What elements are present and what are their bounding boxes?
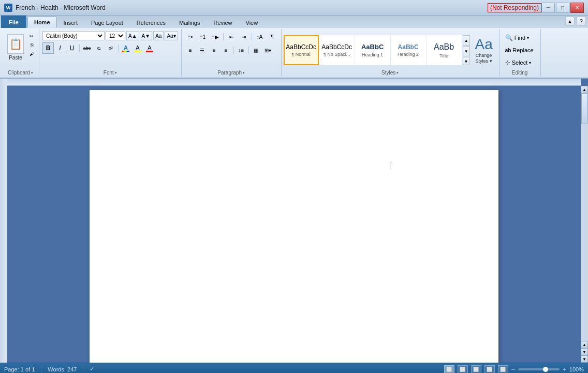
change-case-button[interactable]: Aa▾: [165, 31, 178, 40]
bold-button[interactable]: B: [42, 42, 54, 54]
scroll-page-up-button[interactable]: ▲: [581, 341, 588, 348]
paste-label: Paste: [9, 55, 22, 61]
font-grow-button[interactable]: A▲: [126, 31, 139, 40]
vertical-scrollbar[interactable]: ▲ ▲ ▼ ▼: [581, 86, 588, 363]
document-scroll-area[interactable]: ▲ ▲ ▼ ▼: [7, 79, 588, 363]
status-right: ⬜ ⬜ ⬜ ⬜ ⬜ ─ + 100%: [444, 365, 584, 374]
underline-button[interactable]: U: [66, 42, 78, 54]
zoom-plus[interactable]: +: [563, 366, 566, 372]
scroll-thumb[interactable]: [581, 93, 587, 124]
tab-file[interactable]: File: [1, 16, 26, 28]
format-painter-button[interactable]: 🖌: [27, 50, 36, 58]
style-normal[interactable]: AaBbCcDc ¶ Normal: [284, 35, 319, 65]
sort-button[interactable]: ↕A: [254, 31, 266, 42]
tab-view[interactable]: View: [239, 17, 265, 28]
copy-button[interactable]: ⎘: [27, 41, 36, 49]
border-button[interactable]: ⊞▾: [262, 44, 274, 56]
increase-indent-button[interactable]: ⇥: [238, 31, 249, 42]
align-left-button[interactable]: ≡: [185, 44, 196, 56]
text-highlight-button[interactable]: A: [132, 42, 143, 54]
paste-button[interactable]: 📋 Paste: [5, 32, 26, 63]
style-normal-label: ¶ Normal: [291, 52, 310, 57]
editing-label: Editing: [503, 68, 537, 77]
font-size-select[interactable]: 12: [106, 31, 125, 40]
text-effects-button[interactable]: A: [120, 42, 131, 54]
restore-button[interactable]: □: [556, 3, 569, 13]
styles-scroll-buttons: ▲ ▼ ▾: [463, 35, 470, 65]
clear-format-button[interactable]: Aa: [153, 31, 164, 40]
page-indicator[interactable]: Page: 1 of 1: [4, 366, 35, 372]
style-title-label: Title: [439, 53, 448, 58]
style-heading2[interactable]: AaBbC Heading 2: [391, 35, 426, 65]
italic-button[interactable]: I: [54, 42, 66, 54]
view-full-screen[interactable]: ⬜: [458, 365, 468, 374]
style-no-spacing-preview: AaBbCcDc: [321, 43, 352, 51]
zoom-thumb[interactable]: [543, 367, 548, 372]
style-no-spacing[interactable]: AaBbCcDc ¶ No Spaci...: [319, 35, 355, 65]
tab-home[interactable]: Home: [27, 17, 57, 28]
find-button[interactable]: 🔍 Find ▾: [503, 32, 532, 43]
bullets-button[interactable]: ≡•: [185, 31, 196, 42]
line-spacing-button[interactable]: ↕≡: [236, 44, 247, 56]
show-hide-button[interactable]: ¶: [267, 31, 278, 42]
styles-scroll-up[interactable]: ▲: [463, 35, 470, 46]
view-web-layout[interactable]: ⬜: [471, 365, 481, 374]
superscript-button[interactable]: x²: [105, 42, 116, 54]
scroll-next-page-button[interactable]: ▼: [581, 348, 588, 355]
view-print-layout[interactable]: ⬜: [444, 365, 454, 374]
numbering-button[interactable]: ≡1: [197, 31, 209, 42]
style-heading1[interactable]: AaBbC Heading 1: [355, 35, 390, 65]
scroll-track[interactable]: [581, 93, 588, 341]
decrease-indent-button[interactable]: ⇤: [226, 31, 237, 42]
document-area: ▲ ▲ ▼ ▼: [0, 79, 588, 363]
replace-button[interactable]: ab Replace: [503, 44, 536, 56]
style-title[interactable]: AaBb Title: [427, 35, 462, 65]
ribbon-minimize-button[interactable]: ▲: [565, 17, 575, 26]
word-count[interactable]: Words: 247: [48, 366, 77, 372]
zoom-slider[interactable]: [518, 368, 560, 370]
tab-references[interactable]: References: [130, 17, 172, 28]
font-shrink-button[interactable]: A▼: [140, 31, 153, 40]
font-family-select[interactable]: Calibri (Body): [42, 31, 105, 40]
font-family-row: Calibri (Body) 12 A▲ A▼ Aa Aa▾: [42, 31, 178, 40]
shading-button[interactable]: ▦: [251, 44, 262, 56]
style-heading1-preview: AaBbC: [361, 43, 384, 51]
close-button[interactable]: ✕: [570, 3, 584, 13]
spell-check-icon[interactable]: ✓: [90, 366, 94, 372]
subscript-button[interactable]: x₂: [93, 42, 105, 54]
help-button[interactable]: ?: [577, 17, 586, 26]
style-heading1-label: Heading 1: [362, 52, 383, 57]
multilevel-button[interactable]: ≡▶: [210, 31, 221, 42]
select-button[interactable]: ⊹ Select ▾: [503, 57, 534, 68]
font-label[interactable]: Font ▾: [42, 68, 178, 77]
paragraph-label[interactable]: Paragraph ▾: [185, 68, 278, 77]
select-icon: ⊹: [505, 59, 510, 66]
change-styles-button[interactable]: Aa ChangeStyles ▾: [471, 34, 497, 66]
styles-more[interactable]: ▾: [463, 57, 470, 65]
cut-button[interactable]: ✂: [27, 32, 36, 40]
window-title: French - Health - Microsoft Word: [16, 4, 486, 11]
styles-label[interactable]: Styles ▾: [284, 68, 497, 77]
minimize-button[interactable]: ─: [541, 3, 555, 13]
zoom-level[interactable]: 100%: [569, 366, 584, 372]
strikethrough-button[interactable]: abc: [81, 42, 93, 54]
scroll-down-button[interactable]: ▼: [581, 355, 588, 363]
zoom-minus[interactable]: ─: [511, 366, 516, 372]
tab-page-layout[interactable]: Page Layout: [84, 17, 130, 28]
document-page[interactable]: [90, 90, 498, 363]
style-title-preview: AaBb: [434, 42, 454, 52]
view-outline[interactable]: ⬜: [484, 365, 495, 374]
align-right-button[interactable]: ≡: [209, 44, 220, 56]
align-center-button[interactable]: ☰: [197, 44, 208, 56]
title-bar: W French - Health - Microsoft Word (Not …: [0, 0, 588, 16]
styles-scroll-down[interactable]: ▼: [463, 46, 470, 56]
justify-button[interactable]: ≡: [220, 44, 232, 56]
scroll-up-button[interactable]: ▲: [581, 86, 588, 93]
tab-review[interactable]: Review: [207, 17, 239, 28]
font-color-button[interactable]: A: [144, 42, 155, 54]
style-heading2-preview: AaBbC: [398, 43, 419, 51]
tab-mailings[interactable]: Mailings: [172, 17, 207, 28]
view-draft[interactable]: ⬜: [498, 365, 508, 374]
tab-insert[interactable]: Insert: [57, 17, 85, 28]
clipboard-label[interactable]: Clipboard ▾: [5, 68, 36, 77]
